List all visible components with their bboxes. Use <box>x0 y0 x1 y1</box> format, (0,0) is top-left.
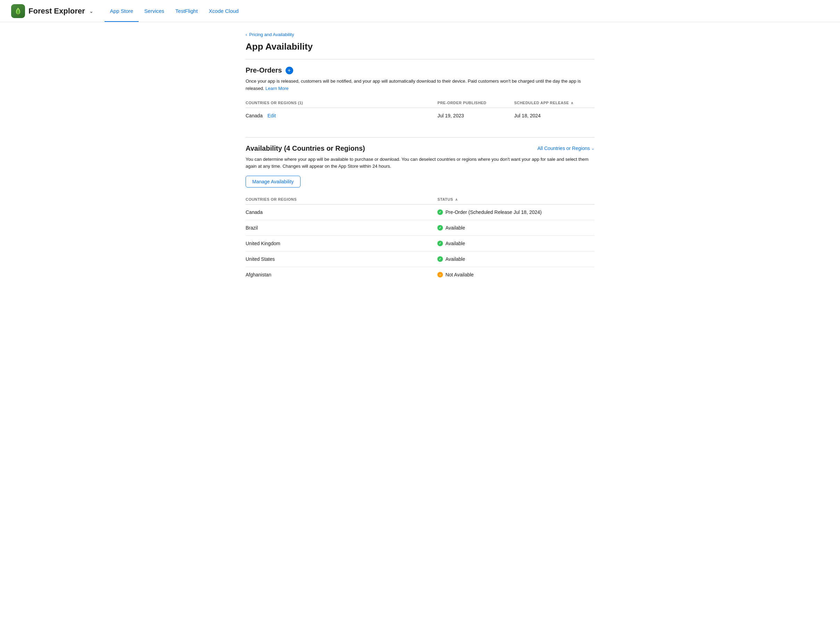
avail-country: Brazil <box>246 220 438 236</box>
pre-orders-table: COUNTRIES OR REGIONS (1) PRE-ORDER PUBLI… <box>246 98 594 123</box>
availability-title: Availability (4 Countries or Regions) <box>246 144 365 152</box>
app-header: Forest Explorer ⌄ App Store Services Tes… <box>0 0 840 22</box>
avail-country: Canada <box>246 204 438 220</box>
status-icon <box>438 225 443 230</box>
pre-orders-col-published: PRE-ORDER PUBLISHED <box>438 98 514 108</box>
avail-col-country: COUNTRIES OR REGIONS <box>246 195 438 204</box>
pre-order-country: Canada Edit <box>246 107 438 123</box>
availability-section: Availability (4 Countries or Regions) Al… <box>246 144 594 283</box>
pre-orders-section: Pre-Orders + Once your app is released, … <box>246 66 594 123</box>
app-dropdown-chevron: ⌄ <box>89 8 94 14</box>
availability-table: COUNTRIES OR REGIONS STATUS ∧ Canada Pre… <box>246 195 594 282</box>
svg-rect-0 <box>18 14 18 15</box>
pre-orders-description: Once your app is released, customers wil… <box>246 78 594 92</box>
status-text: Pre-Order (Scheduled Release Jul 18, 202… <box>445 209 542 215</box>
pre-orders-add-button[interactable]: + <box>286 67 293 74</box>
avail-country: United Kingdom <box>246 236 438 252</box>
avail-status: Pre-Order (Scheduled Release Jul 18, 202… <box>438 204 594 220</box>
table-row: Brazil Available <box>246 220 594 236</box>
avail-status: Not Available <box>438 267 594 283</box>
main-nav: App Store Services TestFlight Xcode Clou… <box>104 0 244 22</box>
tab-testflight[interactable]: TestFlight <box>170 0 203 22</box>
status-icon <box>438 256 443 262</box>
pre-orders-header: Pre-Orders + <box>246 66 594 74</box>
availability-header: Availability (4 Countries or Regions) Al… <box>246 144 594 152</box>
all-countries-dropdown[interactable]: All Countries or Regions ⌄ <box>537 146 594 151</box>
table-row: United Kingdom Available <box>246 236 594 252</box>
col-status-sort-icon: ∧ <box>455 198 458 201</box>
avail-status: Available <box>438 252 594 267</box>
pre-orders-title: Pre-Orders <box>246 66 282 74</box>
app-name-label: Forest Explorer <box>29 6 85 15</box>
avail-country: United States <box>246 252 438 267</box>
status-icon <box>438 272 443 278</box>
status-icon <box>438 209 443 215</box>
table-row: United States Available <box>246 252 594 267</box>
breadcrumb-chevron-icon: ‹ <box>246 32 247 37</box>
pre-orders-col-release: SCHEDULED APP RELEASE ∧ <box>514 98 594 108</box>
main-content: ‹ Pricing and Availability App Availabil… <box>229 22 611 317</box>
page-title: App Availability <box>246 41 594 52</box>
status-text: Not Available <box>445 272 473 278</box>
pre-orders-col-country: COUNTRIES OR REGIONS (1) <box>246 98 438 108</box>
availability-description: You can determine where your app will be… <box>246 156 594 170</box>
app-icon <box>11 4 25 18</box>
pre-order-published: Jul 19, 2023 <box>438 107 514 123</box>
table-row: Canada Pre-Order (Scheduled Release Jul … <box>246 204 594 220</box>
avail-col-status: STATUS ∧ <box>438 195 594 204</box>
breadcrumb-label: Pricing and Availability <box>249 32 294 37</box>
tab-services[interactable]: Services <box>138 0 170 22</box>
col-release-sort-icon: ∧ <box>571 101 573 105</box>
tab-app-store[interactable]: App Store <box>104 0 139 22</box>
breadcrumb[interactable]: ‹ Pricing and Availability <box>246 32 594 37</box>
status-text: Available <box>445 225 465 230</box>
status-icon <box>438 241 443 246</box>
avail-status: Available <box>438 220 594 236</box>
table-row: Canada Edit Jul 19, 2023 Jul 18, 2024 <box>246 107 594 123</box>
status-text: Available <box>445 256 465 262</box>
pre-order-edit-link[interactable]: Edit <box>267 113 276 118</box>
manage-availability-button[interactable]: Manage Availability <box>246 176 301 187</box>
table-row: Afghanistan Not Available <box>246 267 594 283</box>
section-divider <box>246 137 594 138</box>
avail-country: Afghanistan <box>246 267 438 283</box>
all-countries-label: All Countries or Regions <box>537 146 590 151</box>
app-identity[interactable]: Forest Explorer ⌄ <box>11 4 94 18</box>
all-countries-chevron-icon: ⌄ <box>591 146 594 151</box>
status-text: Available <box>445 241 465 246</box>
tab-xcode-cloud[interactable]: Xcode Cloud <box>203 0 244 22</box>
avail-status: Available <box>438 236 594 252</box>
learn-more-link[interactable]: Learn More <box>266 86 288 91</box>
pre-order-release: Jul 18, 2024 <box>514 107 594 123</box>
